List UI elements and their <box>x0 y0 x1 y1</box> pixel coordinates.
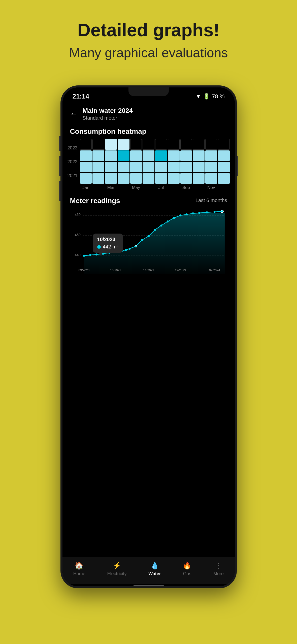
nav-home-label: Home <box>73 571 85 576</box>
screen-subtitle: Standard meter <box>83 115 133 121</box>
svg-point-27 <box>213 211 215 213</box>
heatmap-cell <box>218 173 230 184</box>
time-filter[interactable]: Last 6 months <box>195 198 227 204</box>
svg-point-26 <box>206 211 208 213</box>
svg-point-24 <box>192 212 194 214</box>
heatmap-cell <box>155 173 167 184</box>
heatmap-cell <box>205 173 217 184</box>
svg-text:02/2024: 02/2024 <box>209 269 220 272</box>
month-aug <box>168 185 180 190</box>
heatmap-cell <box>92 150 104 161</box>
home-indicator <box>134 585 164 586</box>
heatmap-cell <box>105 162 117 172</box>
heatmap-cell <box>180 173 192 184</box>
heatmap-cell <box>105 150 117 161</box>
heatmap-cell <box>80 162 92 172</box>
month-jul: Jul <box>155 185 167 190</box>
heatmap-cell <box>155 139 167 150</box>
toolbar: ← Main water 2024 Standard meter <box>62 103 235 125</box>
promo-title: Detailed graphs! <box>10 20 287 40</box>
year-labels: 2023 2022 2021 <box>68 139 80 190</box>
nav-electricity-label: Electricity <box>107 571 127 576</box>
nav-more[interactable]: ⋮ More <box>213 561 224 576</box>
year-label-2021: 2021 <box>68 173 78 178</box>
heatmap-cell <box>205 150 217 161</box>
nav-water-label: Water <box>148 571 161 576</box>
water-icon: 💧 <box>150 561 159 570</box>
nav-more-label: More <box>213 571 224 576</box>
bottom-nav: 🏠 Home ⚡ Electricity 💧 Water 🔥 Gas <box>62 557 235 584</box>
svg-text:440: 440 <box>75 253 81 257</box>
status-time: 21:14 <box>73 92 89 100</box>
heatmap-cell <box>168 173 180 184</box>
heatmap-section-title: Consumption heatmap <box>62 125 235 139</box>
svg-point-18 <box>154 229 156 231</box>
nav-electricity[interactable]: ⚡ Electricity <box>107 561 127 576</box>
more-icon: ⋮ <box>215 561 222 570</box>
heatmap-cell <box>143 139 154 150</box>
notch <box>128 87 169 96</box>
tooltip-dot <box>97 245 101 249</box>
nav-gas[interactable]: 🔥 Gas <box>183 561 191 576</box>
month-nov: Nov <box>205 185 217 190</box>
svg-point-17 <box>147 235 149 237</box>
tooltip-value: 442 m³ <box>97 244 118 250</box>
svg-point-20 <box>167 220 169 222</box>
heatmap-cell <box>180 150 192 161</box>
phone-frame: 21:14 ▼ 🔋 78 % ← Main water 2024 Standar… <box>60 85 237 588</box>
svg-point-23 <box>185 213 187 215</box>
heatmap-cell <box>130 150 142 161</box>
year-label-2023: 2023 <box>68 145 78 151</box>
heatmap-cell <box>193 173 205 184</box>
heatmap-cell <box>143 173 154 184</box>
heatmap-cell <box>168 150 180 161</box>
svg-point-13 <box>125 249 127 251</box>
meter-readings-section: Meter readings Last 6 months 460 450 440 <box>62 193 235 557</box>
heatmap-cell <box>92 173 104 184</box>
heatmap-cell <box>205 139 217 150</box>
heatmap-cell <box>155 162 167 172</box>
svg-text:450: 450 <box>75 233 81 237</box>
tooltip-date: 10/2023 <box>97 237 118 242</box>
status-icons: ▼ 🔋 78 % <box>196 93 225 100</box>
heatmap-cell <box>80 139 92 150</box>
heatmap-cell <box>205 162 217 172</box>
svg-point-7 <box>89 254 91 256</box>
month-labels: Jan Mar May Jul Sep Nov <box>80 185 230 190</box>
heatmap-cell <box>180 162 192 172</box>
meter-readings-title: Meter readings <box>70 197 120 205</box>
promo-section: Detailed graphs! Many graphical evaluati… <box>0 0 297 70</box>
power-button <box>237 156 238 176</box>
heatmap-cell <box>118 139 129 150</box>
month-oct <box>193 185 205 190</box>
svg-point-14 <box>128 248 130 250</box>
phone-wrapper: 21:14 ▼ 🔋 78 % ← Main water 2024 Standar… <box>60 85 237 588</box>
heatmap-cell <box>218 162 230 172</box>
heatmap-cell <box>105 139 117 150</box>
heatmap-grid <box>80 139 230 184</box>
heatmap-cell <box>155 150 167 161</box>
heatmap-cell <box>130 139 142 150</box>
nav-home[interactable]: 🏠 Home <box>73 561 85 576</box>
heatmap-cell <box>80 173 92 184</box>
toolbar-title-group: Main water 2024 Standard meter <box>83 107 133 121</box>
back-button[interactable]: ← <box>70 110 78 118</box>
promo-subtitle: Many graphical evaluations <box>10 45 287 60</box>
month-may: May <box>130 185 142 190</box>
heatmap-cell <box>92 162 104 172</box>
svg-point-22 <box>179 214 181 216</box>
svg-point-25 <box>198 212 200 214</box>
svg-point-6 <box>83 255 85 257</box>
volume-up-button <box>59 156 60 176</box>
year-label-2022: 2022 <box>68 159 78 165</box>
heatmap-cell <box>218 150 230 161</box>
month-dec <box>218 185 230 190</box>
month-mar: Mar <box>105 185 117 190</box>
nav-water[interactable]: 💧 Water <box>148 561 161 576</box>
heatmap-cell <box>193 150 205 161</box>
heatmap-cell <box>180 139 192 150</box>
heatmap-cell <box>143 150 154 161</box>
svg-point-16 <box>141 239 143 241</box>
heatmap-cell <box>118 150 129 161</box>
electricity-icon: ⚡ <box>113 561 121 570</box>
